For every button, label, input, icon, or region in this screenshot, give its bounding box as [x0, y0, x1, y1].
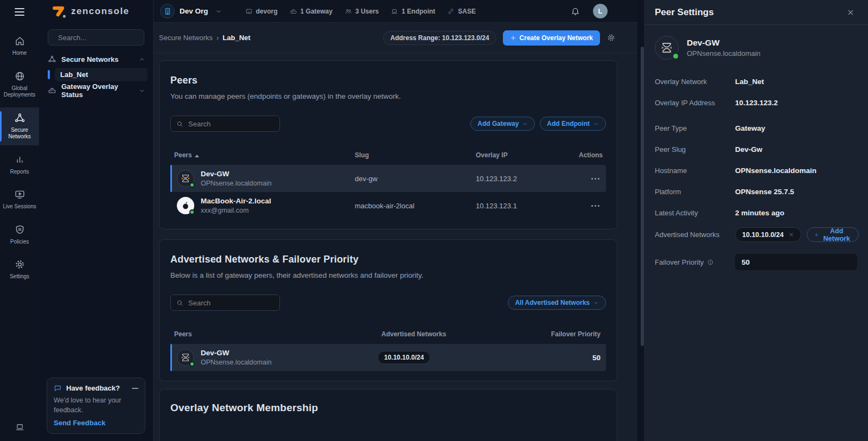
sidebar-item-label: Gateway Overlay Status — [61, 82, 133, 99]
feedback-title: Have feedback? — [66, 384, 120, 392]
org-name: Dev Org — [180, 7, 208, 15]
rail-item-home[interactable]: Home — [0, 30, 39, 62]
rail-items: Home Global Deployments Secure Networks … — [0, 30, 39, 285]
rail-item-settings[interactable]: Settings — [0, 254, 39, 285]
chevron-down-icon — [215, 8, 222, 15]
gear-icon — [14, 259, 25, 270]
field-value: OPNsense.localdomain — [735, 167, 816, 175]
advertised-networks-card: Advertised Networks & Failover Priority … — [159, 239, 617, 381]
rail-item-label: Live Sessions — [3, 203, 36, 210]
org-switcher[interactable]: Dev Org — [160, 4, 222, 18]
send-feedback-link[interactable]: Send Feedback — [54, 419, 138, 427]
rail-item-reports[interactable]: Reports — [0, 149, 39, 181]
sidebar-nav: Secure Networks Lab_Net Gateway Overlay … — [39, 50, 153, 98]
sidebar-item-lab-net[interactable]: Lab_Net — [48, 67, 148, 81]
peer-subtitle: OPNsense.localdomain — [687, 49, 761, 59]
advertised-search-input[interactable] — [188, 299, 275, 307]
collapse-feedback-button[interactable] — [132, 388, 138, 389]
remove-network-button[interactable] — [788, 232, 794, 238]
globe-icon — [14, 71, 25, 82]
table-row-dev-gw[interactable]: Dev-GW OPNsense.localdomain 10.10.10.0/2… — [170, 344, 606, 371]
advertised-title: Advertised Networks & Failover Priority — [170, 254, 606, 265]
hamburger-menu-button[interactable] — [0, 0, 39, 24]
rail-item-live-sessions[interactable]: Live Sessions — [0, 184, 39, 215]
peer-slug: macbook-air-2local — [355, 202, 476, 210]
network-settings-gear-button[interactable] — [607, 33, 616, 42]
close-panel-button[interactable] — [846, 8, 855, 17]
sidebar-search — [48, 29, 144, 46]
brand-name: zenconsole — [71, 6, 130, 17]
rail-bottom — [0, 414, 39, 441]
add-endpoint-label: Add Endpoint — [547, 120, 590, 127]
stat-sase[interactable]: SASE — [447, 8, 476, 15]
add-gateway-label: Add Gateway — [477, 120, 519, 127]
create-overlay-network-button[interactable]: Create Overlay Network — [503, 30, 600, 46]
stat-endpoints[interactable]: 1 Endpoint — [391, 8, 435, 15]
all-advertised-networks-filter[interactable]: All Advertised Networks — [508, 296, 606, 310]
column-header-peers[interactable]: Peers — [174, 151, 355, 159]
plus-icon — [510, 35, 516, 41]
row-actions-button[interactable] — [579, 178, 606, 180]
scrollbar-thumb[interactable] — [641, 47, 644, 346]
failover-priority-value: 50 — [541, 354, 606, 362]
column-header-overlay-ip[interactable]: Overlay IP — [476, 151, 579, 159]
breadcrumb: Secure Networks › Lab_Net — [159, 34, 251, 42]
advertised-description: Below is a list of gateway peers, their … — [170, 271, 606, 279]
stat-label: SASE — [458, 8, 476, 15]
failover-priority-input[interactable] — [735, 254, 857, 270]
column-header-peers[interactable]: Peers — [174, 330, 381, 338]
sidebar-item-secure-networks[interactable]: Secure Networks — [48, 52, 148, 66]
users-icon — [344, 8, 352, 15]
add-network-button[interactable]: Add Network — [807, 227, 858, 242]
rail-item-global-deployments[interactable]: Global Deployments — [0, 66, 39, 104]
peers-description: You can manage peers (endpoints or gatew… — [170, 92, 606, 100]
sort-asc-icon — [195, 155, 199, 157]
stat-label: devorg — [256, 8, 278, 15]
sidebar-item-label: Lab_Net — [55, 68, 148, 81]
stat-org-slug[interactable]: devorg — [245, 8, 278, 15]
field-label: Failover Priority — [655, 258, 735, 266]
field-platform: Platform OPNsense 25.7.5 — [655, 185, 857, 198]
field-label: Overlay Network — [655, 78, 735, 86]
peers-search-input[interactable] — [188, 120, 275, 128]
peer-subtitle: xxx@gmail.com — [201, 206, 271, 215]
row-actions-button[interactable] — [579, 205, 606, 207]
breadcrumb-parent[interactable]: Secure Networks — [159, 34, 213, 42]
advertised-network-chip: 10.10.10.0/24 — [735, 227, 801, 242]
stat-label: 1 Endpoint — [401, 8, 435, 15]
column-header-slug[interactable]: Slug — [355, 151, 476, 159]
stat-users[interactable]: 3 Users — [344, 8, 379, 15]
gateway-icon — [48, 86, 56, 95]
stat-gateways[interactable]: 1 Gateway — [290, 8, 333, 15]
rail-item-label: Settings — [10, 273, 29, 280]
user-avatar[interactable]: L — [593, 4, 608, 18]
add-endpoint-button[interactable]: Add Endpoint — [540, 117, 606, 131]
laptop-icon[interactable] — [15, 422, 25, 432]
column-header-priority[interactable]: Failover Priority — [541, 330, 606, 338]
sidebar-search-input[interactable] — [58, 34, 154, 42]
sidebar-item-label: Secure Networks — [61, 55, 119, 63]
peer-name: MacBook-Air-2.local — [201, 196, 271, 206]
rail-item-label: Home — [12, 50, 27, 57]
chevron-up-icon — [138, 56, 145, 63]
close-icon — [846, 8, 855, 17]
brand-logo-icon — [52, 4, 66, 18]
link-icon — [447, 8, 455, 15]
field-value: Dev-Gw — [735, 145, 762, 154]
column-header-networks[interactable]: Advertised Networks — [381, 330, 541, 338]
main-content: Peers You can manage peers (endpoints or… — [154, 54, 637, 441]
field-label: Advertised Networks — [655, 231, 735, 239]
table-row-dev-gw[interactable]: Dev-GW OPNsense.localdomain dev-gw 10.12… — [170, 165, 606, 192]
online-status-dot — [189, 182, 195, 188]
notifications-bell-button[interactable] — [571, 7, 580, 16]
field-value: 2 minutes ago — [735, 209, 784, 217]
rail-item-policies[interactable]: Policies — [0, 219, 39, 251]
online-status-dot — [189, 209, 195, 215]
rail-item-secure-networks[interactable]: Secure Networks — [0, 107, 39, 145]
sidebar-item-gateway-overlay-status[interactable]: Gateway Overlay Status — [48, 84, 148, 98]
field-overlay-ip: Overlay IP Address 10.123.123.2 — [655, 96, 857, 109]
field-label: Overlay IP Address — [655, 99, 735, 107]
add-gateway-button[interactable]: Add Gateway — [470, 117, 535, 131]
peer-overlay-ip: 10.123.123.1 — [476, 202, 579, 210]
table-row-macbook[interactable]: MacBook-Air-2.local xxx@gmail.com macboo… — [170, 192, 606, 219]
